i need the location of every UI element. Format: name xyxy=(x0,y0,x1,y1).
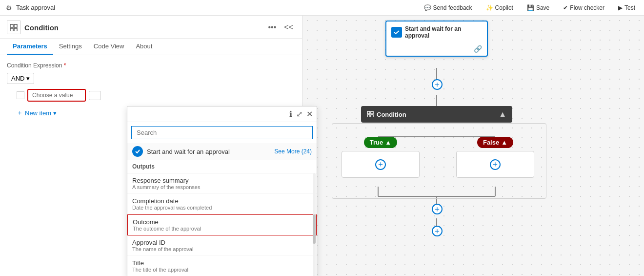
topbar-actions: 💬 Send feedback ✨ Copilot 💾 Save ✔ Flow … xyxy=(421,3,638,12)
condition-card-title: Condition xyxy=(377,111,496,118)
true-branch-add-button[interactable]: ＋ xyxy=(375,159,386,170)
svg-rect-1 xyxy=(14,24,17,27)
panel-more-button[interactable]: ••• xyxy=(266,22,279,33)
source-icon xyxy=(132,146,143,157)
condition-row: Choose a value ⋯ xyxy=(17,89,295,102)
dropdown-info-button[interactable]: ℹ xyxy=(289,109,292,119)
condition-checkbox[interactable] xyxy=(17,91,24,99)
condition-expression-label: Condition Expression * xyxy=(7,62,295,69)
svg-rect-18 xyxy=(371,115,373,117)
false-branch-add-button[interactable]: ＋ xyxy=(490,159,501,170)
tab-about[interactable]: About xyxy=(130,39,158,55)
svg-rect-3 xyxy=(14,28,17,31)
true-branch: True ▲ ＋ xyxy=(342,137,420,178)
source-row[interactable]: Start and wait for an approval See More … xyxy=(127,143,317,160)
output-item-title[interactable]: Title The title of the approval xyxy=(127,256,317,276)
send-feedback-button[interactable]: 💬 Send feedback xyxy=(421,3,475,12)
approval-card-header: Start and wait for an approval xyxy=(386,21,487,43)
topbar-title: Task approval xyxy=(16,4,55,11)
tab-settings[interactable]: Settings xyxy=(53,39,88,55)
flow-canvas[interactable]: Start and wait for an approval 🔗 ＋ Condi… xyxy=(302,16,644,276)
new-item-chevron-icon: ▾ xyxy=(53,109,57,117)
dropdown-close-button[interactable]: ✕ xyxy=(306,109,313,119)
dropdown-expand-button[interactable]: ⤢ xyxy=(296,109,302,119)
scrollbar[interactable] xyxy=(313,173,317,276)
output-item-response-summary[interactable]: Response summary A summary of the respon… xyxy=(127,173,317,194)
true-chevron-icon: ▲ xyxy=(385,139,391,146)
add-after-condition-button[interactable]: ＋ xyxy=(432,204,443,214)
panel-header-icon xyxy=(7,21,20,34)
panel-collapse-button[interactable]: << xyxy=(282,22,295,33)
dropdown-header: ℹ ⤢ ✕ xyxy=(127,106,317,122)
svg-rect-16 xyxy=(371,111,373,114)
test-button[interactable]: ▶ Test xyxy=(615,3,638,12)
left-panel: Condition ••• << Parameters Settings Cod… xyxy=(0,16,302,276)
add-after-condition[interactable]: ＋ xyxy=(432,204,443,214)
approval-card-footer: 🔗 xyxy=(386,43,487,56)
topbar: ⚙ Task approval 💬 Send feedback ✨ Copilo… xyxy=(0,0,644,16)
outputs-label: Outputs xyxy=(127,160,317,173)
condition-card-collapse-button[interactable]: ▲ xyxy=(499,110,506,119)
dropdown-overlay: ℹ ⤢ ✕ Start and wait for an approval See… xyxy=(127,106,317,276)
svg-rect-2 xyxy=(10,28,13,31)
source-name: Start and wait for an approval xyxy=(147,148,270,155)
condition-card-header: Condition ▲ xyxy=(361,106,512,123)
search-input[interactable] xyxy=(131,126,313,139)
test-icon: ▶ xyxy=(618,4,623,11)
scrollbar-thumb[interactable] xyxy=(313,214,316,244)
panel-header: Condition ••• << xyxy=(0,16,302,39)
flow-checker-button[interactable]: ✔ Flow checker xyxy=(560,3,607,12)
copilot-icon: ✨ xyxy=(486,4,493,11)
tabs-bar: Parameters Settings Code View About xyxy=(0,39,302,55)
output-item-approval-id[interactable]: Approval ID The name of the approval xyxy=(127,235,317,256)
feedback-icon: 💬 xyxy=(424,4,431,11)
add-at-end-button[interactable]: ＋ xyxy=(432,226,443,236)
and-chevron-icon: ▾ xyxy=(26,75,30,82)
and-dropdown[interactable]: AND ▾ xyxy=(7,73,34,84)
main-area: Condition ••• << Parameters Settings Cod… xyxy=(0,16,644,276)
condition-card[interactable]: Condition ▲ xyxy=(361,106,512,123)
svg-rect-17 xyxy=(367,115,370,117)
save-button[interactable]: 💾 Save xyxy=(524,3,552,12)
false-chevron-icon: ▲ xyxy=(501,139,507,146)
panel-header-actions: ••• << xyxy=(266,22,296,33)
expand-button[interactable]: ⋯ xyxy=(89,91,101,100)
tab-code-view[interactable]: Code View xyxy=(88,39,130,55)
approval-card[interactable]: Start and wait for an approval 🔗 xyxy=(385,21,488,57)
approval-card-title: Start and wait for an approval xyxy=(405,25,461,39)
link-icon: 🔗 xyxy=(474,45,482,53)
true-branch-label[interactable]: True ▲ xyxy=(364,137,397,148)
true-branch-box: ＋ xyxy=(342,151,420,178)
new-item-button[interactable]: ＋ New item ▾ xyxy=(17,106,57,119)
svg-rect-0 xyxy=(10,24,13,27)
choose-value-input[interactable]: Choose a value xyxy=(27,89,86,102)
add-after-approval[interactable]: ＋ xyxy=(432,79,443,90)
scrollbar-track xyxy=(313,173,316,276)
add-step-button[interactable]: ＋ xyxy=(432,79,443,90)
false-branch-label[interactable]: False ▲ xyxy=(477,137,513,148)
panel-title: Condition xyxy=(24,23,266,32)
false-branch-box: ＋ xyxy=(456,151,534,178)
add-at-end[interactable]: ＋ xyxy=(432,226,443,236)
plus-icon: ＋ xyxy=(17,108,23,117)
svg-rect-15 xyxy=(367,111,370,114)
false-branch: False ▲ ＋ xyxy=(456,137,534,178)
required-marker: * xyxy=(64,62,66,69)
output-item-outcome[interactable]: Outcome The outcome of the approval xyxy=(127,214,317,235)
save-icon: 💾 xyxy=(527,4,534,11)
tab-parameters[interactable]: Parameters xyxy=(7,39,53,55)
flow-checker-icon: ✔ xyxy=(563,4,568,11)
approval-card-icon xyxy=(391,27,402,38)
copilot-button[interactable]: ✨ Copilot xyxy=(483,3,516,12)
see-more-button[interactable]: See More (24) xyxy=(274,148,312,155)
output-item-completion-date[interactable]: Completion date Date the approval was co… xyxy=(127,194,317,214)
topbar-icon: ⚙ xyxy=(6,4,12,12)
condition-card-icon xyxy=(367,110,374,119)
